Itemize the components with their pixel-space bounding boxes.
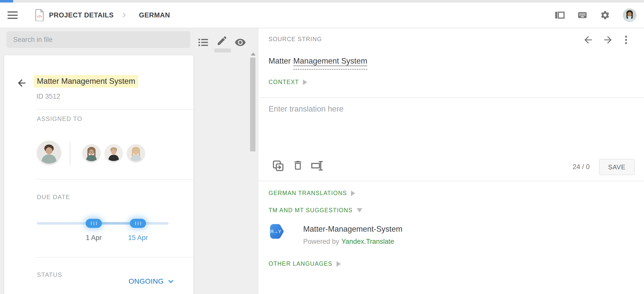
header-bar: </> PROJECT DETAILS GERMAN — [0, 3, 644, 28]
hamburger-menu-icon[interactable] — [8, 11, 18, 19]
back-arrow-icon[interactable] — [16, 77, 27, 89]
assigned-to-label: ASSIGNED TO — [37, 115, 82, 122]
due-date-slider-handle-end[interactable] — [130, 219, 146, 228]
arrow-left-icon[interactable] — [583, 34, 594, 45]
svg-text:Я→Y: Я→Y — [270, 229, 281, 234]
mt-suggestion-attribution: Powered byYandex.Translate — [303, 238, 394, 246]
eye-icon[interactable] — [234, 37, 246, 48]
string-id: ID 3512 — [36, 93, 60, 100]
pencil-icon[interactable] — [216, 35, 228, 46]
mt-suggestion-text[interactable]: Matter-Management-System — [303, 225, 402, 234]
source-text-glossary-term[interactable]: Management System — [293, 57, 367, 70]
assigner-avatar[interactable] — [37, 141, 61, 165]
source-string-label: SOURCE STRING — [269, 36, 322, 43]
scrollbar-up-arrow[interactable] — [251, 52, 256, 56]
arrow-right-icon[interactable] — [602, 34, 613, 45]
divider — [36, 179, 194, 180]
file-panel: Matter Management System ID 3512 ASSIGNE… — [0, 28, 258, 294]
file-code-icon: </> — [35, 9, 44, 21]
status-label: STATUS — [37, 271, 62, 278]
kebab-menu-icon[interactable] — [621, 34, 632, 45]
avatar-divider — [70, 142, 70, 165]
list-icon[interactable] — [198, 37, 209, 48]
pencil-active-bar — [214, 48, 231, 52]
scrollbar-thumb[interactable] — [250, 58, 255, 151]
assignee-avatar[interactable] — [127, 144, 145, 163]
divider — [36, 257, 194, 258]
text-cursor-icon[interactable] — [311, 159, 323, 172]
translation-input[interactable] — [266, 101, 644, 152]
search-input[interactable] — [7, 31, 190, 48]
triangle-right-icon — [351, 191, 355, 196]
top-strip-blue-tab — [0, 0, 13, 3]
trash-icon[interactable] — [292, 159, 305, 172]
german-translations-toggle[interactable]: GERMAN TRANSLATIONS — [269, 190, 355, 197]
other-languages-label: OTHER LANGUAGES — [269, 260, 332, 267]
string-detail-card: Matter Management System ID 3512 ASSIGNE… — [4, 55, 194, 294]
due-date-start: 1 Apr — [79, 234, 109, 242]
status-value: ONGOING — [129, 277, 164, 285]
powered-by-text: Powered by — [303, 238, 339, 245]
top-strip — [0, 0, 644, 3]
provider-link[interactable]: Yandex.Translate — [342, 238, 394, 245]
status-dropdown[interactable]: ONGOING — [129, 277, 174, 285]
assignee-avatar[interactable] — [82, 144, 101, 163]
save-button[interactable]: SAVE — [599, 159, 635, 175]
chevron-down-icon — [167, 278, 174, 285]
breadcrumb-item[interactable]: GERMAN — [139, 11, 170, 19]
char-counter: 24 / 0 — [573, 163, 590, 171]
divider — [259, 181, 644, 181]
panel-layout-icon[interactable] — [555, 10, 565, 20]
other-languages-toggle[interactable]: OTHER LANGUAGES — [269, 260, 341, 267]
yandex-badge-icon[interactable]: Я→Y — [269, 224, 284, 239]
due-date-slider-handle-start[interactable] — [86, 219, 102, 228]
user-avatar[interactable] — [623, 8, 636, 22]
source-string-text: MatterManagement System — [269, 57, 367, 66]
string-title[interactable]: Matter Management System — [34, 75, 138, 88]
divider — [36, 109, 194, 110]
svg-text:</>: </> — [37, 14, 42, 18]
due-date-label: DUE DATE — [37, 194, 70, 201]
editor-panel: SOURCE STRING MatterManagement System CO… — [259, 28, 644, 294]
divider — [259, 97, 644, 98]
header-actions — [555, 8, 636, 22]
assignee-avatar[interactable] — [104, 144, 123, 163]
triangle-down-icon — [357, 208, 362, 212]
copy-source-icon[interactable] — [272, 159, 284, 172]
tm-mt-suggestions-label: TM AND MT SUGGESTIONS — [269, 207, 353, 214]
chevron-right-icon — [121, 12, 127, 18]
context-label: CONTEXT — [269, 79, 299, 86]
context-toggle[interactable]: CONTEXT — [269, 79, 307, 86]
triangle-right-icon — [337, 261, 341, 267]
breadcrumb-section[interactable]: PROJECT DETAILS — [49, 11, 114, 19]
source-text-prefix: Matter — [269, 57, 291, 65]
german-translations-label: GERMAN TRANSLATIONS — [269, 190, 347, 197]
due-date-end[interactable]: 15 Apr — [123, 234, 153, 242]
triangle-right-icon — [303, 79, 307, 85]
tm-mt-suggestions-toggle[interactable]: TM AND MT SUGGESTIONS — [269, 207, 362, 214]
gear-icon[interactable] — [600, 10, 610, 20]
keyboard-icon[interactable] — [577, 10, 587, 20]
